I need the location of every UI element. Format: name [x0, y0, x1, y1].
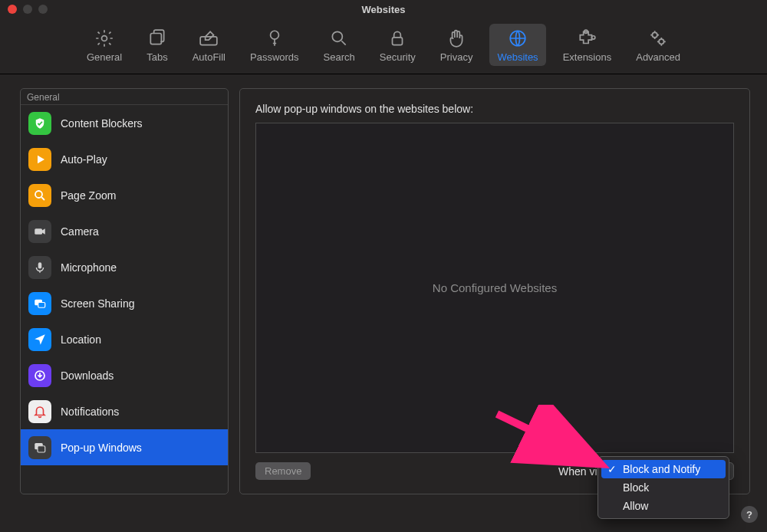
sidebar-item-label: Content Blockers — [61, 117, 143, 130]
configured-websites-list[interactable]: No Configured Websites — [255, 123, 734, 453]
remove-button[interactable]: Remove — [255, 462, 311, 480]
sidebar-item-popup-windows[interactable]: Pop-up Windows — [21, 429, 228, 465]
tab-label: Extensions — [563, 51, 612, 63]
preferences-toolbar: General Tabs AutoFill Passwords Search S… — [0, 18, 767, 74]
svg-point-0 — [102, 36, 107, 41]
tab-label: Privacy — [440, 51, 473, 63]
help-button[interactable]: ? — [741, 506, 758, 523]
sidebar-item-content-blockers[interactable]: Content Blockers — [21, 105, 228, 141]
titlebar: Websites — [0, 0, 767, 18]
key-icon — [265, 28, 285, 48]
dropdown-option-block[interactable]: Block — [601, 478, 726, 497]
content-area: General Content Blockers Auto-Play Page … — [0, 74, 767, 494]
tab-label: Tabs — [146, 51, 167, 63]
download-icon — [28, 364, 51, 387]
sidebar-item-label: Pop-up Windows — [61, 442, 142, 454]
tab-label: Passwords — [250, 51, 299, 63]
svg-point-8 — [592, 36, 595, 39]
pencil-box-icon — [199, 28, 219, 48]
tab-label: General — [87, 51, 122, 63]
checkmark-icon: ✓ — [607, 463, 618, 475]
sidebar-item-location[interactable]: Location — [21, 321, 228, 357]
svg-point-9 — [653, 32, 658, 38]
camera-icon — [28, 220, 51, 243]
settings-panel: Allow pop-up windows on the websites bel… — [239, 88, 750, 494]
screens-icon — [28, 292, 51, 315]
svg-rect-13 — [38, 262, 42, 268]
tab-search[interactable]: Search — [316, 24, 363, 66]
svg-rect-5 — [393, 38, 403, 45]
svg-point-10 — [659, 39, 664, 44]
search-icon — [329, 28, 349, 48]
tab-label: Advanced — [636, 51, 680, 63]
tab-label: Websites — [497, 51, 538, 63]
empty-placeholder: No Configured Websites — [433, 281, 557, 294]
sidebar-item-microphone[interactable]: Microphone — [21, 249, 228, 285]
sidebar-item-label: Microphone — [61, 261, 117, 274]
sidebar: General Content Blockers Auto-Play Page … — [20, 88, 229, 494]
sidebar-item-auto-play[interactable]: Auto-Play — [21, 141, 228, 177]
sidebar-item-notifications[interactable]: Notifications — [21, 393, 228, 429]
tab-websites[interactable]: Websites — [489, 24, 545, 66]
gears-icon — [648, 28, 668, 48]
magnify-icon — [28, 184, 51, 207]
sidebar-item-label: Page Zoom — [61, 189, 116, 202]
sidebar-item-downloads[interactable]: Downloads — [21, 357, 228, 393]
dropdown-option-label: Block and Notify — [623, 463, 700, 475]
tab-label: AutoFill — [193, 51, 225, 63]
play-icon — [28, 148, 51, 171]
tab-general[interactable]: General — [79, 24, 130, 66]
sidebar-item-camera[interactable]: Camera — [21, 213, 228, 249]
shield-check-icon — [28, 112, 51, 135]
tab-extensions[interactable]: Extensions — [555, 24, 620, 66]
tab-passwords[interactable]: Passwords — [242, 24, 307, 66]
gear-icon — [94, 28, 114, 48]
svg-rect-1 — [150, 34, 161, 44]
sidebar-item-label: Location — [61, 333, 101, 346]
window-title: Websites — [0, 4, 767, 15]
globe-icon — [508, 28, 528, 48]
svg-rect-2 — [200, 37, 217, 45]
dropdown-option-label: Allow — [623, 500, 648, 512]
popup-icon — [28, 436, 51, 459]
sidebar-section-label: General — [21, 89, 228, 105]
tab-label: Search — [324, 51, 355, 63]
puzzle-icon — [577, 28, 597, 48]
sidebar-item-label: Notifications — [61, 406, 119, 418]
svg-point-4 — [333, 31, 343, 41]
mic-icon — [28, 256, 51, 279]
svg-point-3 — [270, 31, 278, 39]
help-label: ? — [746, 509, 752, 521]
sidebar-item-label: Downloads — [61, 369, 114, 382]
tab-tabs[interactable]: Tabs — [139, 24, 175, 66]
sidebar-item-label: Auto-Play — [61, 153, 107, 166]
sidebar-item-page-zoom[interactable]: Page Zoom — [21, 177, 228, 213]
tab-autofill[interactable]: AutoFill — [185, 24, 233, 66]
hand-icon — [446, 28, 466, 48]
when-visiting-dropdown: ✓ Block and Notify Block Allow — [597, 456, 729, 519]
tab-privacy[interactable]: Privacy — [433, 24, 481, 66]
sidebar-item-label: Screen Sharing — [61, 297, 135, 310]
sidebar-item-label: Camera — [61, 225, 99, 238]
bell-icon — [28, 400, 51, 423]
svg-rect-12 — [35, 228, 42, 235]
panel-heading: Allow pop-up windows on the websites bel… — [255, 103, 734, 115]
dropdown-option-label: Block — [623, 481, 649, 494]
svg-rect-18 — [38, 446, 45, 452]
svg-rect-15 — [38, 303, 45, 308]
tabs-icon — [147, 28, 167, 48]
svg-point-11 — [35, 191, 42, 198]
location-icon — [28, 328, 51, 351]
dropdown-option-allow[interactable]: Allow — [601, 497, 726, 515]
dropdown-option-block-and-notify[interactable]: ✓ Block and Notify — [601, 460, 726, 478]
tab-security[interactable]: Security — [372, 24, 423, 66]
tab-advanced[interactable]: Advanced — [628, 24, 688, 66]
sidebar-item-screen-sharing[interactable]: Screen Sharing — [21, 285, 228, 321]
lock-icon — [387, 28, 407, 48]
tab-label: Security — [380, 51, 416, 63]
